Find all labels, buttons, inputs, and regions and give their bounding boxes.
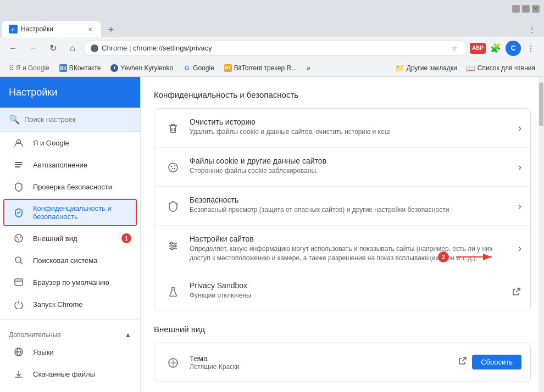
svg-rect-13 [15, 279, 23, 285]
security-content: Безопасность Безопасный просмотр (защита… [190, 195, 514, 215]
cookies-item[interactable]: Файлы cookie и другие данные сайтов Стор… [154, 148, 530, 187]
clear-history-desc: Удалить файлы cookie и данные сайтов, оч… [190, 127, 514, 137]
extensions-button[interactable]: 🧩 [487, 40, 504, 57]
privacy-sandbox-item[interactable]: Privacy Sandbox Функции отключены [154, 272, 530, 311]
sidebar-item-accessibility[interactable]: Спец. возможности [0, 385, 140, 392]
privacy-sandbox-external-icon[interactable] [507, 287, 521, 296]
sidebar-item-search-engine[interactable]: Поисковая система [0, 249, 140, 271]
search-bar[interactable]: 🔍 [0, 108, 140, 132]
sidebar-item-launch-chrome[interactable]: Запуск Chrome [0, 293, 140, 315]
scrollbar-thumb[interactable] [539, 82, 543, 126]
profile-button[interactable]: C [506, 41, 521, 56]
refresh-button[interactable]: ↻ [44, 40, 62, 57]
bookmark-vk-label: ВКонтакте [69, 64, 101, 72]
svg-point-23 [169, 163, 177, 172]
theme-external-icon[interactable] [458, 356, 468, 368]
settings-title: Настройки [9, 87, 57, 98]
clear-history-arrow-icon: › [514, 122, 521, 134]
bookmark-bittorrent[interactable]: BT BitTorrent трекер R... [220, 62, 301, 74]
tab-close-button[interactable]: ✕ [86, 25, 95, 33]
power-icon [13, 299, 24, 310]
bookmarks-bar: ⠿ Я и Google ВК ВКонтакте f Yevhen Kyryl… [0, 59, 544, 77]
shield-icon [13, 181, 24, 192]
security-item[interactable]: Безопасность Безопасный просмотр (защита… [154, 187, 530, 226]
address-bar[interactable]: Chrome | chrome://settings/privacy ☆ [84, 41, 468, 56]
forward-button[interactable]: → [24, 40, 42, 57]
sidebar-item-privacy-label: Конфиденциальность и безопасность [33, 204, 127, 221]
site-settings-title: Настройки сайтов [190, 234, 514, 243]
svg-point-11 [15, 257, 21, 262]
minimize-button[interactable]: ─ [512, 5, 520, 13]
fb-favicon: f [110, 64, 118, 72]
sidebar-item-privacy-wrapper: Конфиденциальность и безопасность [3, 199, 137, 226]
advanced-section[interactable]: Дополнительные ▲ [0, 324, 140, 341]
security-shield-icon [163, 197, 183, 216]
address-text: Chrome | chrome://settings/privacy [102, 44, 446, 52]
theme-content: Тема Летящие Краски [190, 354, 458, 371]
svg-point-33 [171, 248, 173, 250]
bookmark-google[interactable]: G Google [179, 62, 219, 74]
sidebar-item-autofill-label: Автозаполнение [33, 161, 131, 169]
theme-desc: Летящие Краски [190, 363, 458, 371]
new-tab-button[interactable]: + [103, 22, 119, 37]
chrome-menu-button[interactable]: ⋮ [522, 40, 540, 57]
window-controls: ─ □ ✕ [512, 5, 540, 13]
adblock-button[interactable]: ABP [470, 43, 486, 54]
privacy-sandbox-desc: Функции отключены [190, 291, 507, 300]
download-icon [13, 368, 24, 379]
theme-title: Тема [190, 354, 458, 363]
site-settings-item[interactable]: Настройки сайтов Определяет, какую инфор… [154, 226, 530, 272]
close-button[interactable]: ✕ [532, 5, 540, 13]
site-settings-arrow-icon: › [514, 243, 521, 254]
theme-icon [163, 353, 183, 373]
svg-point-27 [174, 168, 175, 169]
cookies-content: Файлы cookie и другие данные сайтов Стор… [190, 156, 514, 176]
bookmark-star-icon[interactable]: ☆ [449, 43, 460, 54]
sidebar-item-security-check[interactable]: Проверка безопасности [0, 176, 140, 198]
sidebar: Настройки 🔍 Я и Google Автозаполнение [0, 77, 141, 392]
svg-line-12 [20, 262, 23, 264]
settings-search-input[interactable] [24, 115, 131, 124]
sidebar-item-default-browser[interactable]: Браузер по умолчанию [0, 271, 140, 293]
sidebar-item-appearance-label: Внешний вид [33, 234, 113, 243]
globe-icon [13, 346, 24, 357]
reading-list-item[interactable]: 📖 Список для чтения [462, 61, 540, 75]
tab-favicon: C [9, 25, 18, 33]
sidebar-item-privacy[interactable]: Конфиденциальность и безопасность [4, 200, 136, 225]
sidebar-item-languages[interactable]: Языки [0, 341, 140, 363]
home-button[interactable]: ⌂ [64, 40, 81, 57]
sidebar-item-downloads[interactable]: Скачанные файлы [0, 363, 140, 385]
theme-reset-button[interactable]: Сбросить [472, 355, 521, 369]
other-bookmarks-item[interactable]: 📁 Другие закладки [391, 61, 462, 75]
cookies-title: Файлы cookie и другие данные сайтов [190, 156, 514, 165]
sidebar-item-me-google[interactable]: Я и Google [0, 132, 140, 154]
sidebar-item-appearance[interactable]: Внешний вид 1 [0, 227, 140, 249]
appearance-badge: 1 [121, 233, 131, 243]
clear-history-item[interactable]: Очистить историю Удалить файлы cookie и … [154, 109, 530, 148]
section1-title: Конфиденциальность и безопасность [154, 90, 531, 99]
sliders-icon [163, 236, 183, 255]
security-title: Безопасность [190, 195, 514, 204]
svg-point-24 [171, 166, 172, 167]
sidebar-item-autofill[interactable]: Автозаполнение [0, 154, 140, 176]
nav-right-actions: ABP 🧩 C ⋮ [470, 40, 540, 57]
browser-actions: ⋮ [524, 22, 544, 37]
palette-icon [13, 233, 24, 244]
theme-item[interactable]: Тема Летящие Краски Сбросить [154, 343, 531, 382]
annotation-arrow-svg [453, 249, 497, 265]
back-button[interactable]: ← [4, 40, 22, 57]
clear-history-title: Очистить историю [190, 117, 514, 126]
svg-point-32 [174, 245, 176, 247]
bookmarks-apps-item[interactable]: ⠿ Я и Google [4, 62, 54, 74]
title-bar: ─ □ ✕ [0, 0, 544, 18]
active-tab[interactable]: C Настройки ✕ [2, 21, 101, 37]
browser-menu-button[interactable]: ⋮ [524, 22, 540, 37]
maximize-button[interactable]: □ [522, 5, 530, 13]
bookmarks-more[interactable]: » [302, 62, 315, 74]
bookmark-vk[interactable]: ВК ВКонтакте [55, 62, 106, 74]
scrollbar-track [539, 77, 544, 392]
svg-point-31 [170, 242, 173, 244]
svg-point-8 [16, 237, 18, 238]
trash-icon [163, 119, 183, 138]
bookmark-yevhen[interactable]: f Yevhen Kyrylenko [106, 62, 177, 74]
